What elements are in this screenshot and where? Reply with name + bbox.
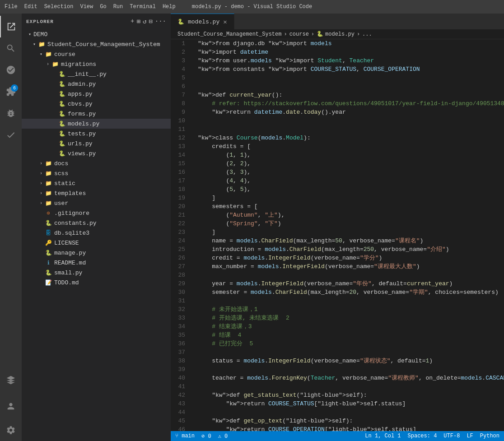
menu-selection[interactable]: Selection: [44, 4, 74, 10]
breadcrumb-course[interactable]: course: [289, 31, 309, 37]
new-file-icon[interactable]: +: [131, 18, 134, 25]
refresh-icon[interactable]: ↺: [143, 18, 146, 25]
tree-item-urls[interactable]: › 🐍 urls.py: [22, 139, 171, 149]
status-git[interactable]: ⑂ main: [175, 433, 195, 439]
code-line-23: ]: [198, 228, 504, 237]
line-number-15: 15: [171, 159, 189, 168]
folder-icon-user: 📁: [45, 200, 52, 207]
tree-item-readme[interactable]: › ℹ README.md: [22, 258, 171, 268]
tree-label-small: small.py: [54, 269, 82, 276]
tree-item-docs[interactable]: › 📁 docs: [22, 158, 171, 168]
status-ln-col[interactable]: Ln 1, Col 1: [365, 433, 401, 439]
line-number-18: 18: [171, 185, 189, 194]
tree-item-scss[interactable]: › 📁 scss: [22, 168, 171, 178]
activity-extensions[interactable]: 6: [0, 81, 22, 102]
line-number-21: 21: [171, 211, 189, 219]
new-folder-icon[interactable]: ⊞: [136, 18, 140, 25]
activity-account[interactable]: [0, 395, 22, 417]
menu-terminal[interactable]: Terminal: [130, 4, 156, 10]
activity-explorer[interactable]: [0, 16, 22, 37]
tree-item-project[interactable]: ▾ 📁 Student_Course_Management_System: [22, 39, 171, 49]
status-encoding[interactable]: UTF-8: [443, 433, 460, 439]
activity-debug[interactable]: [0, 102, 22, 124]
menu-run[interactable]: Run: [113, 4, 123, 10]
code-line-32: # 未开始选课，1: [198, 305, 504, 314]
activity-settings[interactable]: [0, 419, 22, 441]
code-line-36: # 已打完分 5: [198, 339, 504, 348]
tree-item-small[interactable]: › 🐍 small.py: [22, 268, 171, 278]
folder-icon-course: 📁: [45, 51, 52, 58]
tree-label-models: models.py: [68, 121, 99, 127]
tree-label-scss: scss: [54, 170, 68, 177]
activity-testing[interactable]: [0, 124, 22, 146]
tree-item-migrations[interactable]: › 📁 migrations: [22, 59, 171, 69]
status-warnings[interactable]: ⚠ 0: [218, 433, 228, 440]
tree-item-tests[interactable]: › 🐍 tests.py: [22, 129, 171, 139]
menu-go[interactable]: Go: [100, 4, 106, 10]
line-number-31: 31: [171, 297, 189, 305]
breadcrumb-symbol[interactable]: ...: [362, 31, 372, 37]
tree-item-templates[interactable]: › 📁 templates: [22, 188, 171, 198]
tree-item-apps[interactable]: › 🐍 apps.py: [22, 89, 171, 99]
menu-view[interactable]: View: [80, 4, 93, 10]
status-eol[interactable]: LF: [467, 433, 473, 439]
code-line-34: # 结束选课，3: [198, 322, 504, 331]
tree-label-admin: admin.py: [68, 81, 96, 88]
activity-source-control[interactable]: [0, 59, 22, 81]
tree-label-gitignore: .gitignore: [54, 210, 89, 217]
tree-item-license[interactable]: › 🔑 LICENSE: [22, 238, 171, 248]
tree-item-models[interactable]: › 🐍 models.py: [22, 119, 171, 129]
code-line-16: (3, 3),: [198, 168, 504, 176]
tree-item-manage[interactable]: › 🐍 manage.py: [22, 248, 171, 258]
code-line-2: "kw">import datetime: [198, 48, 504, 56]
python-icon-urls: 🐍: [58, 140, 65, 147]
status-language[interactable]: Python: [480, 433, 499, 439]
tree-item-static[interactable]: › 📁 static: [22, 178, 171, 188]
activity-aws[interactable]: [0, 369, 22, 391]
line-number-42: 42: [171, 391, 189, 399]
breadcrumb-file[interactable]: models.py: [325, 31, 355, 37]
status-errors[interactable]: ⊘ 0: [201, 433, 211, 440]
more-actions-icon[interactable]: ···: [155, 18, 166, 25]
tree-item-todo[interactable]: › 📝 TODO.md: [22, 278, 171, 288]
code-editor[interactable]: 1234567891011121314151617181920212223242…: [171, 39, 504, 431]
tree-item-db[interactable]: › 🗄 db.sqlite3: [22, 228, 171, 238]
tree-label-license: LICENSE: [54, 240, 79, 246]
status-spaces[interactable]: Spaces: 4: [408, 433, 437, 439]
menu-bar[interactable]: File Edit Selection View Go Run Terminal…: [5, 4, 176, 10]
tree-item-cbvs[interactable]: › 🐍 cbvs.py: [22, 99, 171, 109]
line-number-2: 2: [171, 48, 189, 56]
tree-item-forms[interactable]: › 🐍 forms.py: [22, 109, 171, 119]
code-line-41: [198, 382, 504, 391]
code-line-8: # refer: https://stackoverflow.com/quest…: [198, 99, 504, 108]
line-number-41: 41: [171, 382, 189, 391]
code-line-13: credits = [: [198, 142, 504, 151]
code-content[interactable]: "kw">from django.db "kw">import models"k…: [193, 39, 504, 431]
tree-root-demo[interactable]: ▾ DEMO: [22, 29, 171, 39]
folder-icon-static: 📁: [45, 180, 52, 187]
tree-item-gitignore[interactable]: › ⊙ .gitignore: [22, 208, 171, 218]
tree-item-views[interactable]: › 🐍 views.py: [22, 149, 171, 158]
line-number-13: 13: [171, 142, 189, 151]
line-number-12: 12: [171, 134, 189, 142]
tree-label-constants: constants.py: [54, 220, 97, 227]
menu-edit[interactable]: Edit: [24, 4, 37, 10]
menu-file[interactable]: File: [5, 4, 18, 10]
breadcrumb-project[interactable]: Student_Course_Management_System: [177, 31, 281, 37]
sidebar: EXPLORER + ⊞ ↺ ⊟ ··· ▾ DEMO ▾ 📁 Student_…: [22, 14, 171, 441]
tree-item-course[interactable]: ▾ 📁 course: [22, 49, 171, 59]
tree-label-project: Student_Course_Management_System: [47, 41, 160, 48]
collapse-all-icon[interactable]: ⊟: [149, 18, 152, 25]
status-bar: ⑂ main ⊘ 0 ⚠ 0 Ln 1, Col 1 Spaces: 4 UTF…: [171, 431, 504, 441]
menu-help[interactable]: Help: [163, 4, 176, 10]
tabs-bar: 🐍 models.py ✕: [171, 14, 504, 29]
tree-item-admin[interactable]: › 🐍 admin.py: [22, 79, 171, 89]
tree-item-init[interactable]: › 🐍 __init__.py: [22, 69, 171, 79]
tree-item-constants[interactable]: › 🐍 constants.py: [22, 218, 171, 228]
tab-models-py[interactable]: 🐍 models.py ✕: [171, 14, 234, 29]
code-line-27: max_number = models.IntegerField(verbose…: [198, 262, 504, 271]
tab-close-button[interactable]: ✕: [223, 18, 227, 26]
activity-search[interactable]: [0, 37, 22, 59]
line-number-26: 26: [171, 254, 189, 262]
tree-item-user[interactable]: › 📁 user: [22, 198, 171, 208]
